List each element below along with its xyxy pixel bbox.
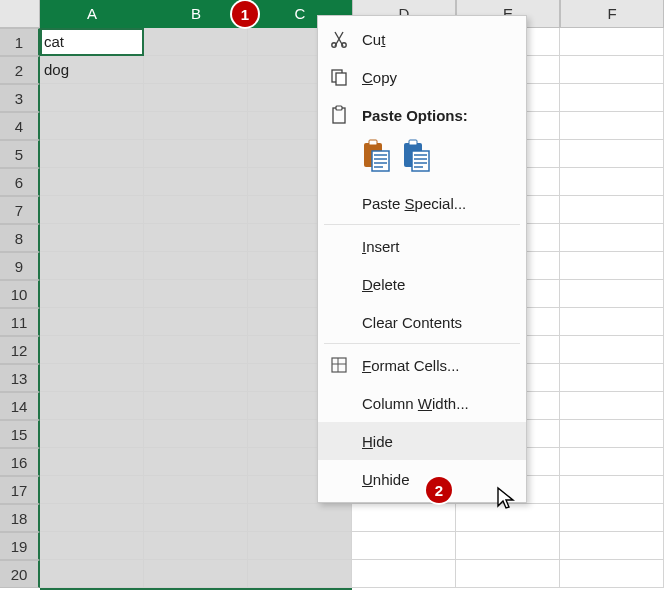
cell-A14[interactable] <box>40 392 144 420</box>
row-header-4[interactable]: 4 <box>0 112 40 140</box>
menu-insert[interactable]: Insert <box>318 227 526 265</box>
select-all-corner[interactable] <box>0 0 40 28</box>
cell-F16[interactable] <box>560 448 664 476</box>
cell-A15[interactable] <box>40 420 144 448</box>
cell-A3[interactable] <box>40 84 144 112</box>
cell-F9[interactable] <box>560 252 664 280</box>
menu-paste-special[interactable]: Paste Special... <box>318 184 526 222</box>
menu-delete[interactable]: Delete <box>318 265 526 303</box>
cell-F3[interactable] <box>560 84 664 112</box>
cell-C20[interactable] <box>248 560 352 588</box>
column-header-F[interactable]: F <box>560 0 664 28</box>
row-header-14[interactable]: 14 <box>0 392 40 420</box>
cell-F12[interactable] <box>560 336 664 364</box>
cell-B8[interactable] <box>144 224 248 252</box>
cell-F11[interactable] <box>560 308 664 336</box>
menu-copy[interactable]: Copy <box>318 58 526 96</box>
cell-F13[interactable] <box>560 364 664 392</box>
row-header-19[interactable]: 19 <box>0 532 40 560</box>
cell-B6[interactable] <box>144 168 248 196</box>
cell-F1[interactable] <box>560 28 664 56</box>
row-header-2[interactable]: 2 <box>0 56 40 84</box>
cell-A20[interactable] <box>40 560 144 588</box>
cell-D20[interactable] <box>352 560 456 588</box>
cell-B11[interactable] <box>144 308 248 336</box>
cell-A7[interactable] <box>40 196 144 224</box>
cell-A6[interactable] <box>40 168 144 196</box>
cell-A17[interactable] <box>40 476 144 504</box>
cell-A19[interactable] <box>40 532 144 560</box>
menu-unhide[interactable]: Unhide <box>318 460 526 498</box>
cell-F17[interactable] <box>560 476 664 504</box>
cell-B14[interactable] <box>144 392 248 420</box>
cell-A10[interactable] <box>40 280 144 308</box>
cell-F15[interactable] <box>560 420 664 448</box>
row-header-3[interactable]: 3 <box>0 84 40 112</box>
cell-A18[interactable] <box>40 504 144 532</box>
cell-B20[interactable] <box>144 560 248 588</box>
cell-B5[interactable] <box>144 140 248 168</box>
cell-B17[interactable] <box>144 476 248 504</box>
cell-F5[interactable] <box>560 140 664 168</box>
cell-F20[interactable] <box>560 560 664 588</box>
row-header-12[interactable]: 12 <box>0 336 40 364</box>
row-header-15[interactable]: 15 <box>0 420 40 448</box>
cell-F7[interactable] <box>560 196 664 224</box>
cell-D18[interactable] <box>352 504 456 532</box>
cell-B4[interactable] <box>144 112 248 140</box>
row-header-13[interactable]: 13 <box>0 364 40 392</box>
cell-B10[interactable] <box>144 280 248 308</box>
menu-clear-contents[interactable]: Clear Contents <box>318 303 526 341</box>
cell-E19[interactable] <box>456 532 560 560</box>
row-header-5[interactable]: 5 <box>0 140 40 168</box>
row-header-16[interactable]: 16 <box>0 448 40 476</box>
cell-A9[interactable] <box>40 252 144 280</box>
row-header-10[interactable]: 10 <box>0 280 40 308</box>
cell-B2[interactable] <box>144 56 248 84</box>
cell-B3[interactable] <box>144 84 248 112</box>
cell-F14[interactable] <box>560 392 664 420</box>
cell-B15[interactable] <box>144 420 248 448</box>
cell-A2[interactable]: dog <box>40 56 144 84</box>
cell-A4[interactable] <box>40 112 144 140</box>
row-header-9[interactable]: 9 <box>0 252 40 280</box>
paste-option-default[interactable] <box>362 139 392 173</box>
row-header-20[interactable]: 20 <box>0 560 40 588</box>
cell-F19[interactable] <box>560 532 664 560</box>
cell-B13[interactable] <box>144 364 248 392</box>
row-header-17[interactable]: 17 <box>0 476 40 504</box>
cell-A16[interactable] <box>40 448 144 476</box>
cell-A1[interactable]: cat <box>40 28 144 56</box>
cell-B9[interactable] <box>144 252 248 280</box>
cell-F18[interactable] <box>560 504 664 532</box>
row-header-11[interactable]: 11 <box>0 308 40 336</box>
cell-B7[interactable] <box>144 196 248 224</box>
menu-hide[interactable]: Hide <box>318 422 526 460</box>
cell-F8[interactable] <box>560 224 664 252</box>
cell-B18[interactable] <box>144 504 248 532</box>
cell-F6[interactable] <box>560 168 664 196</box>
cell-B16[interactable] <box>144 448 248 476</box>
row-header-18[interactable]: 18 <box>0 504 40 532</box>
cell-B19[interactable] <box>144 532 248 560</box>
cell-C19[interactable] <box>248 532 352 560</box>
cell-A12[interactable] <box>40 336 144 364</box>
row-header-6[interactable]: 6 <box>0 168 40 196</box>
cell-C18[interactable] <box>248 504 352 532</box>
cell-E20[interactable] <box>456 560 560 588</box>
cell-A13[interactable] <box>40 364 144 392</box>
cell-A8[interactable] <box>40 224 144 252</box>
cell-F2[interactable] <box>560 56 664 84</box>
paste-option-values[interactable] <box>402 139 432 173</box>
column-header-A[interactable]: A <box>40 0 144 28</box>
menu-column-width[interactable]: Column Width... <box>318 384 526 422</box>
cell-A11[interactable] <box>40 308 144 336</box>
row-header-1[interactable]: 1 <box>0 28 40 56</box>
row-header-8[interactable]: 8 <box>0 224 40 252</box>
menu-format-cells[interactable]: Format Cells... <box>318 346 526 384</box>
cell-D19[interactable] <box>352 532 456 560</box>
menu-cut[interactable]: Cut <box>318 20 526 58</box>
row-header-7[interactable]: 7 <box>0 196 40 224</box>
cell-A5[interactable] <box>40 140 144 168</box>
cell-B12[interactable] <box>144 336 248 364</box>
